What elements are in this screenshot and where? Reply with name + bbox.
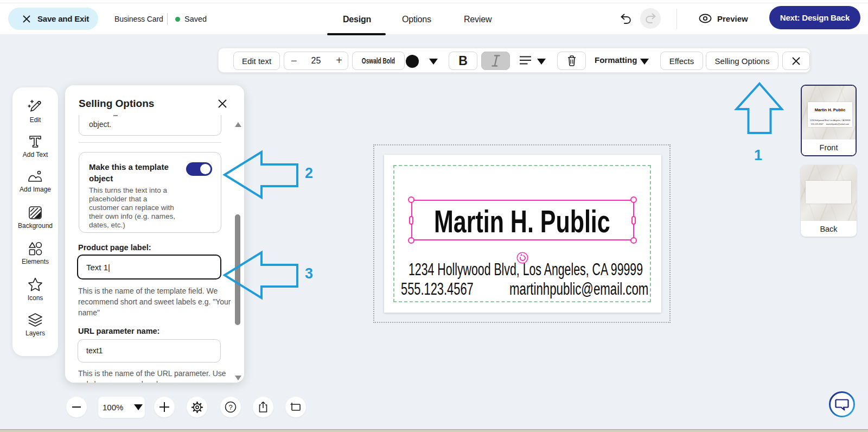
svg-text:?: ? [228,403,232,411]
